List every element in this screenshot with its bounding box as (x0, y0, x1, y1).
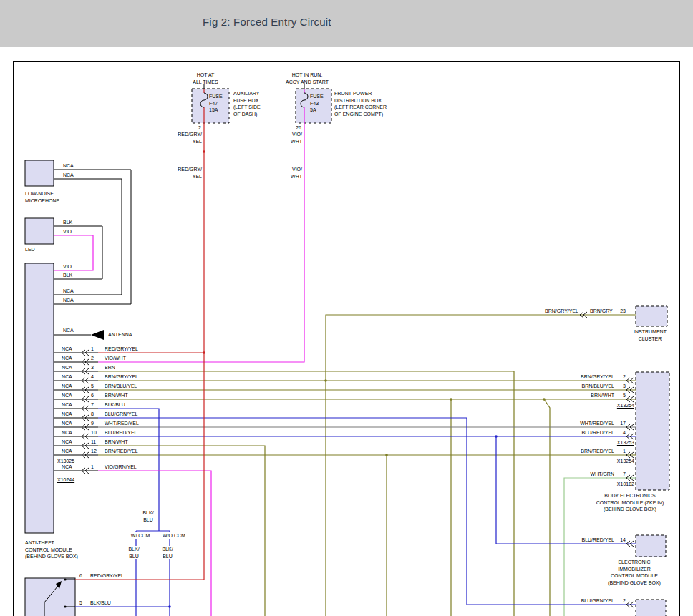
pin-row-number: 3 (91, 364, 94, 371)
zke-row-wire: WHT/GRN (591, 471, 614, 478)
pin-row-wire: BRN/BLU/YEL (105, 383, 137, 390)
pin-row-wire: BRN/GRY/YEL (105, 373, 138, 381)
aux-fuse-box-label: AUXILIARY FUSE BOX (LEFT SIDE OF DASH) (233, 90, 261, 117)
wiring-diagram-page: Fig 2: Forced Entry Circuit (0, 0, 693, 616)
pin-row-wire: BLK/BLU (105, 401, 125, 409)
pin-row-number: 4 (91, 373, 94, 381)
pin-row-wire: BRN/RED/YEL (105, 448, 138, 455)
zke-row-pin: 4 (614, 429, 626, 436)
pin-row-number: 9 (91, 420, 94, 427)
microphone-box (25, 160, 54, 186)
pin-row-nca: NCA (62, 411, 72, 418)
wires-blue (75, 409, 636, 616)
pin-row-number: 10 (91, 429, 97, 436)
led-wire-bottom-label: VIO (63, 228, 72, 235)
without-ccm-label: W/O CCM (162, 532, 186, 539)
mic-wire-top-label: NCA (63, 162, 74, 170)
vio-wht-label-1: VIO/ WHT (291, 131, 302, 145)
red-gry-yel-label-2: RED/GRY/ YEL (178, 166, 202, 180)
zke-row-pin: 17 (614, 420, 626, 427)
mic-wire-bottom-label: NCA (63, 172, 74, 179)
led-label: LED (25, 246, 35, 253)
immobilizer-box (636, 535, 666, 557)
red-gry-yel-label-1: RED/GRY/ YEL (178, 131, 202, 145)
antenna-symbol (91, 330, 104, 340)
pin-row-wire: BLU/RED/YEL (105, 429, 137, 436)
zke-row-pin: 3 (614, 383, 626, 390)
antenna-nca-label: NCA (63, 327, 74, 334)
bottom-right-pin: 2 (614, 597, 626, 605)
instrument-cluster-box (636, 306, 667, 326)
led-box (25, 218, 54, 244)
pin-row-nca: NCA (62, 420, 72, 427)
antenna-label: ANTENNA (108, 331, 132, 338)
switch-wire-bottom-label: BLK/BLU (90, 600, 111, 607)
anti-theft-module-label: ANTI-THEFT CONTROL MODULE (BEHIND GLOVE … (25, 539, 78, 560)
pin-row-nca: NCA (62, 373, 72, 381)
fuse-f47-label: FUSE F47 15A (209, 93, 223, 114)
pin-row-number: 8 (91, 411, 94, 418)
pin-row-nca: NCA (62, 383, 72, 390)
mic-wire-module-top-label: NCA (63, 288, 74, 295)
zke-row-wire: WHT/RED/YEL (580, 420, 614, 427)
pin-row-number: 1 (91, 346, 94, 353)
pin-row-nca: NCA (62, 429, 72, 436)
pin-row-wire: VIO/WHT (105, 355, 126, 362)
switch-pin-bottom: 5 (79, 600, 82, 607)
immobilizer-label: ELECTRONIC IMMOBILIZER CONTROL MODULE (B… (608, 559, 661, 586)
hot-at-all-times-label: HOT AT ALL TIMES (193, 72, 218, 85)
zke-row-wire: BRN/RED/YEL (581, 448, 614, 455)
zke-row-wire: BLU/RED/YEL (581, 429, 614, 436)
pin-row-number: 1 (91, 464, 94, 471)
zke-row-wire: BRN/BLU/YEL (581, 383, 614, 390)
switch-wire-top-label: RED/GRY/YEL (90, 572, 124, 580)
bottom-right-connector-box (636, 600, 666, 616)
pin-row-wire: BRN/WHT (105, 392, 128, 399)
ccm-right-wire-label: BLK/ BLU (161, 546, 173, 559)
vio-wht-label-2: VIO/ WHT (291, 166, 302, 180)
ccm-trunk-wire-label: BLK/ BLU (142, 509, 153, 523)
hot-in-run-label: HOT IN RUN, ACCY AND START (286, 72, 329, 85)
switch-pin-top: 6 (79, 572, 82, 580)
cluster-wire-out-label: BRN/GRY/YEL (545, 308, 578, 315)
pin-row-number: 6 (91, 392, 94, 399)
pin-row-nca: NCA (62, 448, 72, 455)
with-ccm-label: W/ CCM (130, 532, 150, 539)
connector-x13254b-label: X13254 (617, 458, 634, 465)
zke-row-pin: 2 (614, 373, 626, 381)
wires-brown (98, 315, 636, 616)
led-wire-top-label: BLK (63, 219, 72, 226)
microphone-label: LOW-NOISE MICROPHONE (25, 190, 59, 204)
cluster-wire-in-label: BRN/GRY (590, 308, 613, 315)
pin-row-nca: NCA (62, 364, 72, 371)
zke-row-pin: 1 (614, 448, 626, 455)
pin-row-nca: NCA (62, 346, 72, 353)
switch-contact-top (64, 578, 66, 580)
zke-module-label: BODY ELECTRONICS CONTROL MODULE (ZKE IV)… (596, 492, 664, 513)
led-wire-module-bottom-label: BLK (63, 272, 72, 279)
zke-row-wire: BRN/GRY/YEL (581, 373, 614, 381)
bottom-right-wire-label: BLU/GRN/YEL (581, 597, 614, 605)
pin-row-wire: BLU/GRN/YEL (105, 411, 137, 418)
pin-row-nca: NCA (62, 401, 72, 409)
pin-row-number: 11 (91, 439, 96, 446)
zke-row-pin: 7 (614, 471, 626, 478)
pin-row-number: 5 (91, 383, 94, 390)
anti-theft-module-box (25, 263, 54, 533)
pin-row-wire: BRN/WHT (105, 439, 128, 446)
fuse-f43-label: FUSE F43 5A (310, 93, 324, 114)
ccm-left-wire-label: BLK/ BLU (127, 546, 140, 559)
connector-x10244-label: X10244 (57, 476, 74, 484)
mic-wire-module-bottom-label: NCA (63, 297, 74, 304)
connector-x13254-label: X13254 (617, 402, 634, 409)
cluster-pin: 23 (614, 308, 626, 315)
instrument-cluster-label: INSTRUMENT CLUSTER (634, 328, 667, 342)
pin-row-number: 7 (91, 401, 94, 409)
blue-junction-dots (168, 435, 498, 608)
zke-row-pin: 5 (614, 392, 626, 399)
immobilizer-wire-label: BLU/RED/YEL (581, 537, 614, 544)
pin-row-nca: NCA (62, 355, 72, 362)
led-wire-module-top-label: VIO (63, 263, 72, 270)
zke-module-box (636, 372, 669, 490)
pin-row-nca: NCA (62, 439, 72, 446)
